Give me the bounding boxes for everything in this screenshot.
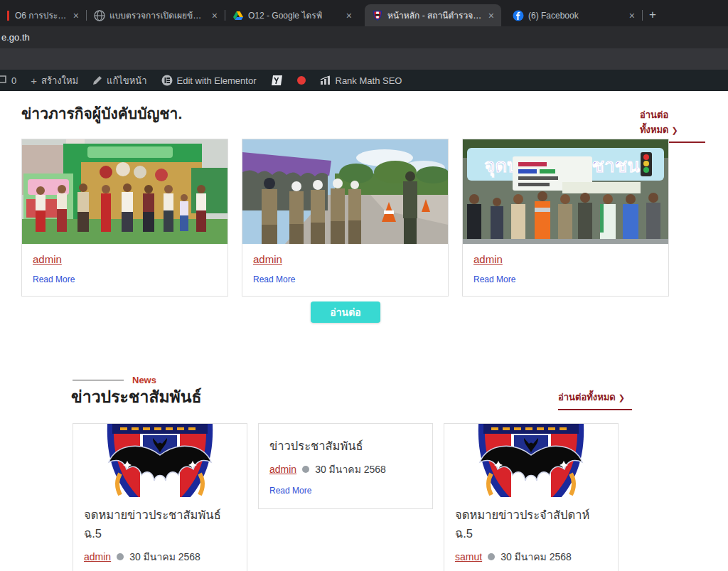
rank-math-chart-icon — [320, 75, 331, 85]
tab-title: แบบตรวจการเปิดเผยข้อมูลสาธารณะ — [109, 9, 206, 22]
news-card: ข่าวประชาสัมพันธ์ admin 30 มีนาคม 2568 R… — [258, 423, 433, 509]
edit-with-elementor-item[interactable]: Edit with Elementor — [154, 70, 264, 91]
comment-bubble-icon — [0, 75, 7, 86]
address-bar[interactable]: e.go.th — [0, 26, 728, 48]
news-card-title[interactable]: จดหมายข่าวประจำสัปดาห์ ฉ.5 — [455, 506, 607, 543]
news-section-title: ข่าวประชาสัมพันธ์ — [71, 384, 202, 410]
tab-google-drive[interactable]: O12 - Google ไดรฟ์ × — [225, 4, 359, 26]
news-card-meta: admin 30 มีนาคม 2568 — [269, 461, 422, 477]
new-tab-button[interactable]: + — [643, 5, 663, 25]
document-icon — [7, 11, 9, 21]
page-content: ข่าวภารกิจผู้บังคับบัญชา. อ่านต่อทั้งหมด… — [0, 91, 728, 571]
edit-page-label: แก้ไขหน้า — [107, 73, 146, 88]
tab-police-site-active[interactable]: หน้าหลัก - สถานีตำรวจภูธรภูผาม่าน × — [365, 4, 501, 26]
mission-card-author[interactable]: admin — [473, 253, 503, 265]
close-icon[interactable]: × — [628, 11, 636, 21]
edit-with-elementor-label: Edit with Elementor — [177, 75, 257, 86]
facebook-icon — [513, 10, 524, 21]
browser-tab-strip: O6 การประชาสัมพันธ์ข้ × แบบตรวจการเปิดเผ… — [0, 0, 728, 26]
yoast-item[interactable] — [264, 70, 290, 91]
read-more-link[interactable]: Read More — [253, 274, 437, 284]
mission-card: admin Read More — [21, 139, 228, 297]
close-icon[interactable]: × — [72, 11, 80, 21]
tab-o6[interactable]: O6 การประชาสัมพันธ์ข้ × — [0, 4, 86, 26]
bullet-icon — [117, 553, 124, 560]
news-card-title[interactable]: ข่าวประชาสัมพันธ์ — [269, 437, 422, 455]
tab-title: (6) Facebook — [528, 11, 623, 21]
edit-page-item[interactable]: แก้ไขหน้า — [85, 70, 154, 91]
chevron-right-icon: ❯ — [619, 393, 625, 402]
tab-title: หน้าหลัก - สถานีตำรวจภูธรภูผาม่าน — [387, 9, 483, 22]
news-card: จดหมายข่าวประชาสัมพันธ์ ฉ.5 admin 30 มีน… — [73, 423, 247, 571]
globe-icon — [94, 10, 105, 21]
news-card-author[interactable]: admin — [84, 551, 111, 562]
news-card-author[interactable]: admin — [269, 464, 296, 475]
rank-math-item[interactable]: Rank Math SEO — [313, 70, 410, 91]
news-card-title[interactable]: จดหมายข่าวประชาสัมพันธ์ ฉ.5 — [84, 506, 236, 543]
news-card-thumbnail-badge[interactable] — [444, 424, 618, 497]
news-card-date: 30 มีนาคม 2568 — [129, 549, 200, 565]
elementor-icon — [161, 75, 173, 86]
news-card-meta: admin 30 มีนาคม 2568 — [84, 549, 236, 565]
checkpoint-photo — [242, 139, 448, 244]
news-card-body: จดหมายข่าวประจำสัปดาห์ ฉ.5 samut 30 มีนา… — [444, 497, 618, 571]
mission-card: จุดบริการประชาชน — [462, 139, 669, 297]
mission-section-title: ข่าวภารกิจผู้บังคับบัญชา. — [21, 102, 182, 125]
close-icon[interactable]: × — [487, 11, 496, 21]
news-card-body: ข่าวประชาสัมพันธ์ admin 30 มีนาคม 2568 R… — [259, 424, 432, 508]
comments-count: 0 — [11, 75, 16, 86]
chevron-right-icon: ❯ — [672, 126, 678, 134]
read-more-link[interactable]: Read More — [473, 274, 658, 284]
news-card-thumbnail-badge[interactable] — [73, 424, 247, 497]
tab-title: O12 - Google ไดรฟ์ — [248, 9, 341, 22]
read-more-button[interactable]: อ่านต่อ — [311, 301, 380, 323]
tab-survey[interactable]: แบบตรวจการเปิดเผยข้อมูลสาธารณะ × — [87, 4, 225, 26]
tagline-rule — [73, 380, 124, 380]
pencil-icon — [92, 75, 102, 85]
url-text: e.go.th — [1, 32, 30, 43]
news-read-all-link[interactable]: อ่านต่อทั้งหมด❯ — [558, 390, 632, 410]
read-more-link[interactable]: Read More — [33, 274, 217, 284]
mission-card-thumbnail-checkpoint[interactable] — [242, 139, 448, 244]
bookmarks-bar — [0, 48, 728, 70]
recording-indicator[interactable] — [290, 70, 313, 91]
mission-card-body: admin Read More — [463, 244, 668, 296]
mission-card: admin Read More — [242, 139, 449, 297]
mission-card-thumbnail-festival[interactable] — [22, 139, 228, 244]
close-icon[interactable]: × — [210, 11, 219, 21]
mission-card-thumbnail-service-point[interactable]: จุดบริการประชาชน — [463, 139, 668, 244]
service-point-photo: จุดบริการประชาชน — [463, 139, 668, 244]
mission-card-body: admin Read More — [242, 244, 448, 296]
news-card-meta: samut 30 มีนาคม 2568 — [455, 549, 607, 565]
mission-card-body: admin Read More — [22, 244, 228, 296]
news-card: จดหมายข่าวประจำสัปดาห์ ฉ.5 samut 30 มีนา… — [444, 423, 619, 571]
bullet-icon — [488, 553, 495, 560]
read-more-link[interactable]: Read More — [269, 486, 422, 496]
news-card-date: 30 มีนาคม 2568 — [315, 461, 386, 477]
rank-math-label: Rank Math SEO — [336, 75, 402, 86]
wp-admin-bar: 0 + สร้างใหม่ แก้ไขหน้า Edit with Elemen… — [0, 70, 728, 91]
record-dot-icon — [297, 76, 306, 85]
new-content-item[interactable]: + สร้างใหม่ — [23, 70, 85, 91]
bullet-icon — [302, 466, 309, 473]
mission-card-author[interactable]: admin — [253, 253, 282, 265]
new-content-label: สร้างใหม่ — [41, 73, 78, 88]
close-icon[interactable]: × — [345, 11, 353, 21]
mission-read-all-link[interactable]: อ่านต่อทั้งหมด❯ — [640, 107, 705, 143]
news-card-row: จดหมายข่าวประชาสัมพันธ์ ฉ.5 admin 30 มีน… — [73, 423, 619, 571]
news-card-body: จดหมายข่าวประชาสัมพันธ์ ฉ.5 admin 30 มีน… — [73, 497, 247, 571]
police-badge-favicon — [372, 10, 383, 21]
google-drive-icon — [232, 10, 244, 21]
comments-item[interactable]: 0 — [0, 70, 23, 91]
yoast-icon — [271, 75, 283, 86]
tab-facebook[interactable]: (6) Facebook × — [505, 4, 642, 26]
festival-photo — [22, 139, 228, 244]
plus-icon: + — [31, 75, 37, 87]
mission-card-author[interactable]: admin — [33, 253, 62, 265]
news-card-author[interactable]: samut — [455, 551, 482, 562]
news-card-date: 30 มีนาคม 2568 — [500, 549, 572, 565]
mission-card-row: admin Read More — [21, 139, 669, 297]
police-badge-logo — [444, 424, 618, 497]
tab-title: O6 การประชาสัมพันธ์ข้ — [15, 9, 68, 22]
police-badge-logo — [73, 424, 247, 497]
